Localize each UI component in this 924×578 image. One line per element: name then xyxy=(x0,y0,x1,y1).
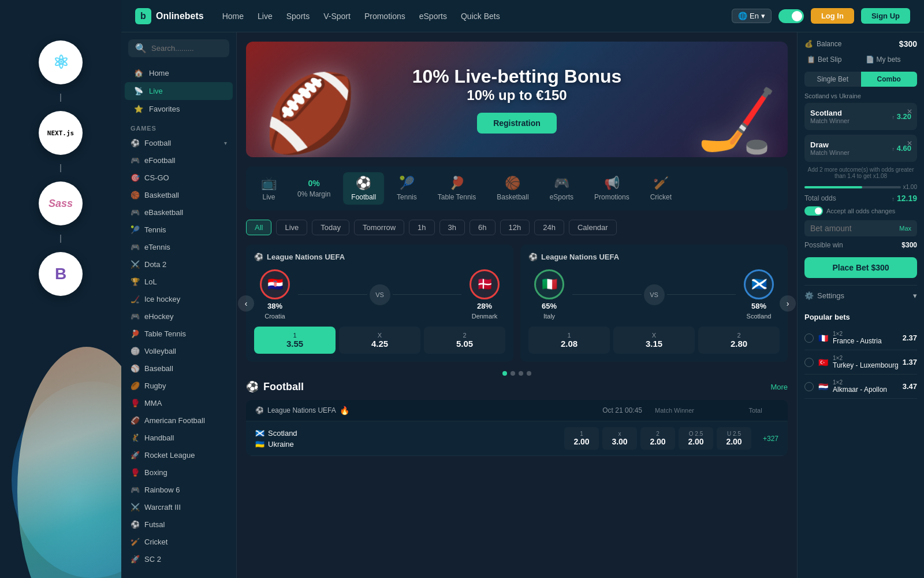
settings-row[interactable]: ⚙️ Settings ▾ xyxy=(804,285,917,306)
filter-3h[interactable]: 3h xyxy=(439,220,465,235)
odds-1-btn-1[interactable]: 1 3.55 xyxy=(254,327,336,354)
sidebar-item-football[interactable]: ⚽Football ▾ xyxy=(121,134,236,151)
sidebar-item-futsal[interactable]: ⚽Futsal xyxy=(121,516,236,533)
tab-tabletennis-label: Table Tennis xyxy=(438,193,476,201)
nav-live[interactable]: Live xyxy=(258,9,273,23)
sidebar-item-tabletennis[interactable]: 🏓Table Tennis xyxy=(121,325,236,342)
home-icon: 🏠 xyxy=(134,69,143,77)
popular-bet-2[interactable]: 🇹🇷 1×2 Turkey - Luxembourg 1.37 xyxy=(804,350,917,375)
basketball-tab-icon: 🏀 xyxy=(505,176,520,191)
filter-today[interactable]: Today xyxy=(312,220,349,235)
filter-24h[interactable]: 24h xyxy=(534,220,564,235)
tab-promotions[interactable]: 📢 Promotions xyxy=(586,172,638,205)
sidebar-item-csgo[interactable]: 🎯CS-GO xyxy=(121,169,236,186)
promo-banner: 🏈 🏒 10% Live-betting Bonus 10% up to €15… xyxy=(246,42,788,157)
matches-row: ⚽ League Nations UEFA 🇭🇷 38% Croatia xyxy=(246,244,788,362)
sidebar-item-ehockey[interactable]: 🎮eHockey xyxy=(121,307,236,325)
tab-live[interactable]: 📺 Live xyxy=(253,172,285,205)
nav-promotions[interactable]: Promotions xyxy=(364,9,405,23)
sidebar-item-home[interactable]: 🏠 Home xyxy=(125,64,233,82)
sidebar-item-americanfootball[interactable]: 🏈American Football xyxy=(121,412,236,429)
combo-bet-tab[interactable]: Combo xyxy=(861,72,918,87)
search-container[interactable]: 🔍 xyxy=(128,39,229,57)
accept-odds-toggle[interactable] xyxy=(804,206,823,216)
more-odds-count[interactable]: +327 xyxy=(758,435,778,443)
sidebar-item-sc2[interactable]: 🚀SC 2 xyxy=(121,550,236,568)
max-button[interactable]: Max xyxy=(899,225,911,232)
sidebar-item-tennis[interactable]: 🎾Tennis xyxy=(121,221,236,238)
odds-x-btn-2[interactable]: X 3.15 xyxy=(613,327,695,354)
nav-vsport[interactable]: V-Sport xyxy=(323,9,351,23)
close-selection-1[interactable]: ✕ xyxy=(907,108,912,116)
sidebar-item-icehockey[interactable]: 🏒Ice hockey xyxy=(121,290,236,307)
theme-toggle[interactable] xyxy=(778,9,804,23)
sidebar-item-boxing[interactable]: 🥊Boxing xyxy=(121,464,236,481)
odds-2-label-2: 2 xyxy=(703,332,774,339)
bet-amount-input[interactable] xyxy=(810,224,856,233)
tab-tabletennis[interactable]: 🏓 Table Tennis xyxy=(430,172,485,205)
sidebar-item-rocketleague[interactable]: 🚀Rocket League xyxy=(121,446,236,464)
search-input[interactable] xyxy=(151,44,222,53)
tab-margin[interactable]: 0% 0% Margin xyxy=(289,175,338,202)
sidebar-item-handball[interactable]: 🤾Handball xyxy=(121,429,236,446)
sidebar-item-dota2[interactable]: ⚔️Dota 2 xyxy=(121,255,236,273)
login-button[interactable]: Log In xyxy=(811,8,854,24)
sidebar-item-efootball[interactable]: 🎮eFootball xyxy=(121,151,236,169)
total-odds-u[interactable]: U 2.5 2.00 xyxy=(717,427,751,450)
handball-icon: 🤾 xyxy=(131,433,140,442)
nav-quickbets[interactable]: Quick Bets xyxy=(461,9,500,23)
sidebar-item-rainbow6[interactable]: 🎮Rainbow 6 xyxy=(121,481,236,498)
mybets-tab[interactable]: 📄 My bets xyxy=(863,53,918,66)
filter-all[interactable]: All xyxy=(246,220,271,235)
sidebar-item-basketball[interactable]: 🏀Basketball xyxy=(121,186,236,203)
sidebar-item-cricket[interactable]: 🏏Cricket xyxy=(121,533,236,550)
signup-button[interactable]: Sign Up xyxy=(861,8,910,24)
sidebar-item-volleyball[interactable]: 🏐Volleyball xyxy=(121,342,236,360)
sidebar-item-lol[interactable]: 🏆LoL xyxy=(121,273,236,290)
sidebar-item-baseball[interactable]: ⚾Baseball xyxy=(121,360,236,377)
carousel-prev[interactable]: ‹ xyxy=(238,295,254,312)
sidebar-item-rugby[interactable]: 🏉Rugby xyxy=(121,377,236,394)
filter-6h[interactable]: 6h xyxy=(470,220,495,235)
popular-bet-3[interactable]: 🇳🇱 1×2 Alkmaar - Apollon 3.47 xyxy=(804,375,917,399)
tab-esports[interactable]: 🎮 eSports xyxy=(542,172,582,205)
sidebar-item-favorites[interactable]: ⭐ Favorites xyxy=(125,100,233,118)
filter-live[interactable]: Live xyxy=(276,220,307,235)
betslip-tab[interactable]: 📋 Bet Slip xyxy=(804,53,859,66)
more-button[interactable]: More xyxy=(770,383,788,391)
odds-2-btn-2[interactable]: 2 2.80 xyxy=(698,327,780,354)
odds-x-btn-1[interactable]: X 4.25 xyxy=(339,327,420,354)
single-bet-tab[interactable]: Single Bet xyxy=(804,72,861,87)
close-selection-2[interactable]: ✕ xyxy=(907,139,912,147)
betslip-icon: 📋 xyxy=(807,55,815,64)
tab-tennis[interactable]: 🎾 Tennis xyxy=(389,172,425,205)
sidebar-item-ebasketball[interactable]: 🎮eBasketball xyxy=(121,203,236,221)
sidebar-item-warcraft3[interactable]: ⚔️Warcraft III xyxy=(121,498,236,516)
filter-calendar[interactable]: Calendar xyxy=(569,220,617,235)
carousel-next[interactable]: › xyxy=(780,295,796,312)
sidebar-item-live[interactable]: 📡 Live xyxy=(125,82,233,100)
mw-odds-2[interactable]: 2 2.00 xyxy=(640,427,675,450)
odds-2-btn-1[interactable]: 2 5.05 xyxy=(424,327,505,354)
sidebar-item-etennis[interactable]: 🎮eTennis xyxy=(121,238,236,255)
tab-cricket[interactable]: 🏏 Cricket xyxy=(642,172,680,205)
total-odds-o[interactable]: O 2.5 2.00 xyxy=(679,427,713,450)
settings-icon: ⚙️ xyxy=(804,291,814,300)
sidebar-item-mma[interactable]: 🥊MMA xyxy=(121,394,236,412)
nav-home[interactable]: Home xyxy=(222,9,244,23)
lang-selector[interactable]: 🌐 En ▾ xyxy=(732,9,772,23)
banner-cta-button[interactable]: Registration xyxy=(477,113,557,134)
place-bet-button[interactable]: Place Bet $300 xyxy=(804,257,917,278)
filter-1h[interactable]: 1h xyxy=(409,220,434,235)
popular-bet-1[interactable]: 🇫🇷 1×2 France - Austria 2.37 xyxy=(804,326,917,350)
tab-basketball[interactable]: 🏀 Basketball xyxy=(489,172,536,205)
nav-esports[interactable]: eSports xyxy=(419,9,447,23)
odds-1-btn-2[interactable]: 1 2.08 xyxy=(528,327,610,354)
filter-tomorrow[interactable]: Tomorrow xyxy=(354,220,404,235)
filter-12h[interactable]: 12h xyxy=(500,220,530,235)
pop-bet-teams-1: France - Austria xyxy=(833,337,882,345)
mw-odds-1[interactable]: 1 2.00 xyxy=(564,427,599,450)
nav-sports[interactable]: Sports xyxy=(286,9,310,23)
tab-football[interactable]: ⚽ Football xyxy=(343,172,384,205)
mw-odds-x[interactable]: x 3.00 xyxy=(602,427,637,450)
